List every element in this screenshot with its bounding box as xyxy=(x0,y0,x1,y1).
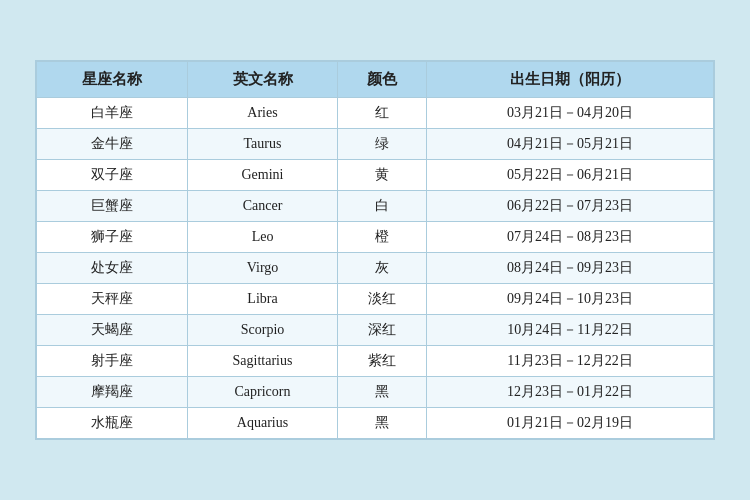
table-cell: Gemini xyxy=(187,160,338,191)
table-cell: 巨蟹座 xyxy=(37,191,188,222)
table-cell: 11月23日－12月22日 xyxy=(427,346,714,377)
table-cell: Capricorn xyxy=(187,377,338,408)
table-cell: 05月22日－06月21日 xyxy=(427,160,714,191)
table-header-cell: 星座名称 xyxy=(37,62,188,98)
table-body: 白羊座Aries红03月21日－04月20日金牛座Taurus绿04月21日－0… xyxy=(37,98,714,439)
table-header-cell: 出生日期（阳历） xyxy=(427,62,714,98)
table-row: 射手座Sagittarius紫红11月23日－12月22日 xyxy=(37,346,714,377)
table-cell: 双子座 xyxy=(37,160,188,191)
table-row: 处女座Virgo灰08月24日－09月23日 xyxy=(37,253,714,284)
table-cell: Aquarius xyxy=(187,408,338,439)
table-cell: 黄 xyxy=(338,160,427,191)
table-cell: 白羊座 xyxy=(37,98,188,129)
table-cell: 01月21日－02月19日 xyxy=(427,408,714,439)
table-cell: 04月21日－05月21日 xyxy=(427,129,714,160)
table-cell: 绿 xyxy=(338,129,427,160)
table-header-row: 星座名称英文名称颜色出生日期（阳历） xyxy=(37,62,714,98)
table-cell: 03月21日－04月20日 xyxy=(427,98,714,129)
table-cell: 水瓶座 xyxy=(37,408,188,439)
table-cell: 狮子座 xyxy=(37,222,188,253)
table-cell: 射手座 xyxy=(37,346,188,377)
table-cell: 天秤座 xyxy=(37,284,188,315)
table-cell: 红 xyxy=(338,98,427,129)
table-cell: 紫红 xyxy=(338,346,427,377)
table-cell: Aries xyxy=(187,98,338,129)
table-cell: Leo xyxy=(187,222,338,253)
table-cell: Virgo xyxy=(187,253,338,284)
table-row: 摩羯座Capricorn黑12月23日－01月22日 xyxy=(37,377,714,408)
table-cell: 摩羯座 xyxy=(37,377,188,408)
table-cell: Sagittarius xyxy=(187,346,338,377)
table-cell: 深红 xyxy=(338,315,427,346)
table-row: 白羊座Aries红03月21日－04月20日 xyxy=(37,98,714,129)
table-cell: Libra xyxy=(187,284,338,315)
table-cell: 处女座 xyxy=(37,253,188,284)
table-header-cell: 英文名称 xyxy=(187,62,338,98)
table-row: 狮子座Leo橙07月24日－08月23日 xyxy=(37,222,714,253)
table-cell: 07月24日－08月23日 xyxy=(427,222,714,253)
table-row: 双子座Gemini黄05月22日－06月21日 xyxy=(37,160,714,191)
table-cell: 白 xyxy=(338,191,427,222)
table-cell: Scorpio xyxy=(187,315,338,346)
zodiac-table-wrapper: 星座名称英文名称颜色出生日期（阳历） 白羊座Aries红03月21日－04月20… xyxy=(35,60,715,440)
table-row: 巨蟹座Cancer白06月22日－07月23日 xyxy=(37,191,714,222)
table-cell: 灰 xyxy=(338,253,427,284)
table-cell: 黑 xyxy=(338,408,427,439)
table-cell: 12月23日－01月22日 xyxy=(427,377,714,408)
table-cell: 天蝎座 xyxy=(37,315,188,346)
table-cell: 08月24日－09月23日 xyxy=(427,253,714,284)
table-cell: 金牛座 xyxy=(37,129,188,160)
table-cell: Cancer xyxy=(187,191,338,222)
table-cell: 06月22日－07月23日 xyxy=(427,191,714,222)
table-cell: Taurus xyxy=(187,129,338,160)
table-cell: 09月24日－10月23日 xyxy=(427,284,714,315)
table-cell: 黑 xyxy=(338,377,427,408)
table-row: 水瓶座Aquarius黑01月21日－02月19日 xyxy=(37,408,714,439)
table-row: 天秤座Libra淡红09月24日－10月23日 xyxy=(37,284,714,315)
table-cell: 10月24日－11月22日 xyxy=(427,315,714,346)
table-cell: 淡红 xyxy=(338,284,427,315)
table-header-cell: 颜色 xyxy=(338,62,427,98)
table-row: 金牛座Taurus绿04月21日－05月21日 xyxy=(37,129,714,160)
table-row: 天蝎座Scorpio深红10月24日－11月22日 xyxy=(37,315,714,346)
zodiac-table: 星座名称英文名称颜色出生日期（阳历） 白羊座Aries红03月21日－04月20… xyxy=(36,61,714,439)
table-cell: 橙 xyxy=(338,222,427,253)
